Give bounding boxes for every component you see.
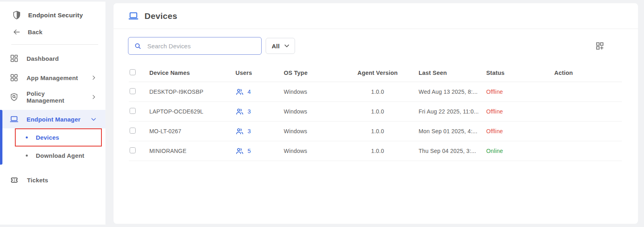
agent-version-cell: 1.0.0 bbox=[357, 148, 419, 154]
shield-icon bbox=[12, 10, 21, 20]
chevron-right-icon bbox=[91, 94, 97, 100]
sidebar-item-policy-management[interactable]: Policy Management bbox=[0, 87, 105, 107]
sidebar-subitem-label: Download Agent bbox=[36, 152, 85, 159]
select-all-checkbox[interactable] bbox=[130, 69, 136, 75]
sidebar-item-label: Dashboard bbox=[27, 55, 105, 62]
agent-version-cell: 1.0.0 bbox=[357, 108, 419, 115]
search-box bbox=[128, 37, 262, 55]
row-checkbox[interactable] bbox=[130, 108, 136, 114]
last-seen-cell: Thu Sep 04 2025, 3:... bbox=[419, 148, 486, 154]
users-count: 4 bbox=[248, 89, 251, 95]
sidebar: Endpoint Security Back Dashboard bbox=[0, 2, 105, 225]
column-header: Device Names bbox=[149, 70, 235, 76]
dashboard-icon bbox=[10, 54, 19, 63]
os-type-cell: Windows bbox=[284, 108, 357, 115]
ticket-icon bbox=[10, 175, 19, 185]
sidebar-item-dashboard[interactable]: Dashboard bbox=[0, 49, 105, 68]
users-icon bbox=[235, 88, 244, 96]
table-body: DESKTOP-I9KOSBP 4 Windows 1.0.0 Wed Aug … bbox=[129, 82, 622, 161]
device-name-cell: MO-LT-0267 bbox=[149, 128, 235, 134]
column-header: Last Seen bbox=[419, 70, 486, 76]
search-input[interactable] bbox=[147, 43, 256, 50]
dropdown-caret-icon bbox=[285, 44, 289, 47]
users-cell[interactable]: 5 bbox=[235, 147, 284, 155]
brand: Endpoint Security bbox=[0, 2, 105, 20]
sidebar-item-label: Tickets bbox=[27, 177, 105, 184]
table-row[interactable]: MINIORANGE 5 Windows 1.0.0 Thu Sep 04 20… bbox=[129, 141, 622, 161]
users-cell[interactable]: 3 bbox=[235, 127, 284, 136]
sidebar-subitem-download-agent[interactable]: Download Agent bbox=[0, 147, 105, 165]
page-title: Devices bbox=[144, 11, 178, 21]
back-arrow-icon bbox=[12, 28, 21, 36]
table-header-row: Device Names Users OS Type Agent Version… bbox=[129, 64, 622, 82]
agent-version-cell: 1.0.0 bbox=[357, 128, 419, 134]
last-seen-cell: Fri Aug 22 2025, 11:0... bbox=[419, 108, 486, 115]
sidebar-subitem-devices[interactable]: Devices bbox=[0, 128, 105, 147]
page-header: Devices bbox=[114, 3, 638, 29]
table-row[interactable]: DESKTOP-I9KOSBP 4 Windows 1.0.0 Wed Aug … bbox=[129, 82, 622, 102]
bullet-icon bbox=[26, 136, 28, 138]
laptop-icon bbox=[10, 115, 19, 124]
users-cell[interactable]: 3 bbox=[235, 107, 284, 116]
column-header: Users bbox=[235, 70, 284, 76]
row-checkbox[interactable] bbox=[130, 88, 136, 94]
status-text: Offline bbox=[486, 89, 554, 95]
users-icon bbox=[235, 147, 244, 155]
status-text: Online bbox=[486, 148, 554, 154]
filter-value: All bbox=[272, 43, 280, 50]
table-row[interactable]: LAPTOP-OCDE629L 3 Windows 1.0.0 Fri Aug … bbox=[129, 102, 622, 122]
sidebar-item-label: App Management bbox=[27, 74, 83, 81]
endpoint-manager-group: Endpoint Manager Devices Download Agent bbox=[0, 110, 105, 165]
app-grid-icon bbox=[10, 73, 19, 82]
os-type-cell: Windows bbox=[284, 148, 357, 154]
status-text: Offline bbox=[486, 108, 554, 115]
main-panel: Devices All bbox=[114, 3, 638, 224]
sidebar-item-endpoint-manager[interactable]: Endpoint Manager bbox=[0, 110, 105, 128]
sidebar-item-label: Endpoint Manager bbox=[27, 116, 83, 123]
sidebar-item-tickets[interactable]: Tickets bbox=[0, 170, 105, 190]
toolbar: All bbox=[128, 37, 623, 55]
users-count: 3 bbox=[248, 108, 251, 115]
search-icon bbox=[134, 42, 142, 50]
chevron-down-icon bbox=[91, 116, 97, 122]
sidebar-item-app-management[interactable]: App Management bbox=[0, 68, 105, 87]
users-icon bbox=[235, 127, 244, 136]
column-header: Action bbox=[554, 70, 622, 76]
column-header: Agent Version bbox=[357, 70, 419, 76]
users-count: 5 bbox=[248, 148, 251, 154]
sidebar-item-label: Policy Management bbox=[27, 90, 83, 104]
devices-title-icon bbox=[128, 11, 138, 21]
users-icon bbox=[235, 107, 244, 116]
last-seen-cell: Wed Aug 13 2025, 8:... bbox=[419, 89, 486, 95]
device-name-cell: LAPTOP-OCDE629L bbox=[149, 108, 235, 115]
device-name-cell: DESKTOP-I9KOSBP bbox=[149, 89, 235, 95]
policy-shield-icon bbox=[10, 93, 19, 101]
filter-dropdown[interactable]: All bbox=[266, 38, 295, 54]
brand-label: Endpoint Security bbox=[28, 12, 83, 19]
chevron-right-icon bbox=[91, 75, 97, 80]
back-button[interactable]: Back bbox=[0, 20, 105, 36]
last-seen-cell: Mon Sep 01 2025, 4:... bbox=[419, 128, 486, 134]
sidebar-subitem-label: Devices bbox=[36, 134, 59, 141]
row-checkbox[interactable] bbox=[130, 128, 136, 134]
device-name-cell: MINIORANGE bbox=[149, 148, 235, 154]
devices-table: Device Names Users OS Type Agent Version… bbox=[129, 64, 622, 161]
column-header: Status bbox=[486, 70, 554, 76]
column-header: OS Type bbox=[284, 70, 357, 76]
sidebar-divider bbox=[11, 44, 98, 45]
os-type-cell: Windows bbox=[284, 128, 357, 134]
bullet-icon bbox=[26, 155, 28, 157]
os-type-cell: Windows bbox=[284, 89, 357, 95]
agent-version-cell: 1.0.0 bbox=[357, 89, 419, 95]
back-label: Back bbox=[28, 29, 43, 35]
table-row[interactable]: MO-LT-0267 3 Windows 1.0.0 Mon Sep 01 20… bbox=[129, 122, 622, 141]
users-count: 3 bbox=[248, 128, 251, 134]
status-text: Offline bbox=[486, 128, 554, 134]
grid-add-icon[interactable] bbox=[595, 41, 604, 50]
users-cell[interactable]: 4 bbox=[235, 88, 284, 96]
row-checkbox[interactable] bbox=[130, 147, 136, 153]
